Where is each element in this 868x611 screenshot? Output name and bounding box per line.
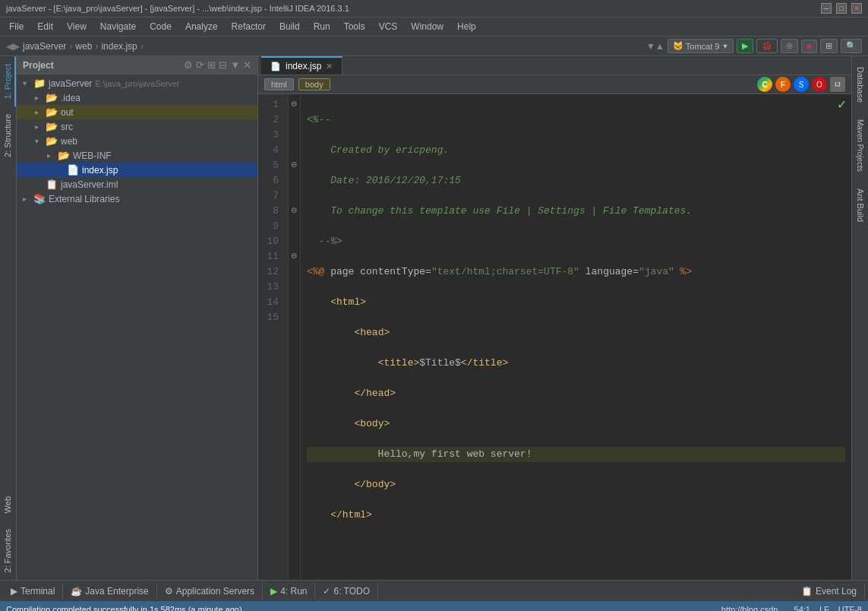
app-servers-icon: ⚙	[165, 586, 173, 597]
tomcat-selector[interactable]: 🐱 Tomcat 9 ▼	[668, 39, 734, 53]
breadcrumb-file[interactable]: index.jsp	[101, 41, 137, 52]
fold-15	[289, 310, 300, 325]
tree-item-indexjsp[interactable]: ▸ 📄 index.jsp	[17, 163, 257, 177]
chrome-icon[interactable]: C	[757, 77, 772, 92]
fold-4	[289, 143, 300, 158]
firefox-icon[interactable]: F	[775, 77, 791, 92]
opera-icon[interactable]: O	[812, 77, 827, 92]
tree-item-iml[interactable]: ▸ 📋 javaServer.iml	[17, 177, 257, 192]
panel-settings-icon[interactable]: ⚙	[184, 59, 193, 71]
tree-item-web[interactable]: ▾ 📂 web	[17, 134, 257, 148]
panel-collapse-icon[interactable]: ⊟	[219, 59, 227, 71]
bottom-tab-app-servers[interactable]: ⚙ Application Servers	[157, 583, 263, 600]
tree-item-webinf[interactable]: ▸ 📂 WEB-INF	[17, 148, 257, 163]
line-num-15: 15	[258, 310, 285, 325]
maximize-button[interactable]: □	[836, 3, 847, 14]
run-coverage-button[interactable]: ⊕	[781, 39, 798, 53]
run-tab-label: 4: Run	[280, 586, 307, 597]
code-nav-body[interactable]: body	[298, 78, 330, 90]
menu-help[interactable]: Help	[451, 19, 482, 34]
tree-arrow-webinf: ▸	[47, 151, 56, 160]
editor-tab-indexjsp[interactable]: 📄 index.jsp ✕	[261, 56, 342, 74]
stop-button[interactable]: ■	[801, 40, 817, 53]
todo-label: 6: TODO	[333, 586, 370, 597]
fold-13	[289, 280, 300, 295]
fold-1[interactable]: ⊖	[289, 97, 300, 112]
sidebar-tab-web[interactable]: Web	[1, 489, 16, 521]
right-tab-maven[interactable]: Maven Projects	[854, 112, 866, 179]
debug-button[interactable]: 🐞	[756, 39, 778, 53]
panel-hide-icon[interactable]: ✕	[243, 59, 251, 71]
panel-sync-icon[interactable]: ⟳	[196, 59, 204, 71]
panel-options-icon[interactable]: ▼	[230, 59, 240, 71]
safari-icon[interactable]: S	[794, 77, 809, 92]
build-menu-button[interactable]: ⊞	[820, 39, 838, 53]
sidebar-tab-project[interactable]: 1: Project	[1, 56, 16, 106]
intellij-icon[interactable]: IJ	[830, 77, 845, 92]
bottom-tab-java-enterprise[interactable]: ☕ Java Enterprise	[63, 583, 156, 600]
debug-icon: 🐞	[762, 41, 772, 51]
breadcrumb-web[interactable]: web	[75, 41, 92, 52]
tree-item-src[interactable]: ▸ 📂 src	[17, 119, 257, 134]
tree-arrow-external: ▸	[23, 195, 32, 203]
right-tab-ant[interactable]: Ant Build	[854, 181, 867, 230]
editor-tabs: 📄 index.jsp ✕	[258, 56, 851, 75]
menu-tools[interactable]: Tools	[338, 19, 371, 34]
tab-close-indexjsp[interactable]: ✕	[326, 62, 333, 71]
tree-arrow-web: ▾	[35, 137, 44, 145]
menu-run[interactable]: Run	[308, 19, 336, 34]
minimize-button[interactable]: ─	[821, 3, 832, 14]
close-button[interactable]: ✕	[851, 3, 862, 14]
fold-10	[289, 234, 300, 249]
event-log-tab[interactable]: 📋 Event Log	[794, 583, 865, 600]
tree-item-out[interactable]: ▸ 📂 out	[17, 105, 257, 119]
sidebar-tab-favorites[interactable]: 2: Favorites	[1, 521, 16, 580]
menu-code[interactable]: Code	[144, 19, 178, 34]
idea-folder-icon: 📂	[46, 92, 58, 103]
code-editor[interactable]: <%-- Created by ericpeng. Date: 2016/12/…	[301, 94, 851, 580]
menu-refactor[interactable]: Refactor	[226, 19, 272, 34]
breadcrumb-project[interactable]: javaServer	[23, 41, 66, 52]
code-content-14b: </html>	[330, 508, 372, 523]
menu-analyze[interactable]: Analyze	[179, 19, 224, 34]
fold-11[interactable]: ⊖	[289, 249, 300, 264]
terminal-icon: ▶	[11, 586, 17, 597]
code-content-6f: =	[425, 264, 431, 280]
code-content-6i: language	[586, 264, 633, 280]
line-num-10: 10	[258, 234, 285, 249]
panel-expand-icon[interactable]: ⊞	[207, 59, 216, 71]
main-area: 1: Project 2: Structure Web 2: Favorites…	[0, 56, 868, 580]
code-content-6h	[579, 264, 586, 280]
tree-label-web: web	[61, 136, 77, 147]
tree-item-idea[interactable]: ▸ 📂 .idea	[17, 90, 257, 105]
fold-5: ⊖	[289, 158, 300, 173]
bottom-tab-run[interactable]: ▶ 4: Run	[263, 583, 315, 600]
status-encoding: UTF-8	[838, 605, 862, 611]
status-bar: Compilation completed successfully in 1s…	[0, 601, 868, 611]
code-nav-html[interactable]: html	[264, 78, 294, 90]
java-enterprise-label: Java Enterprise	[85, 586, 148, 597]
menu-view[interactable]: View	[61, 19, 93, 34]
bottom-tab-terminal[interactable]: ▶ Terminal	[3, 583, 63, 600]
right-tab-database[interactable]: Database	[854, 59, 867, 110]
tree-item-javaserver[interactable]: ▾ 📁 javaServer E:\java_pro\javaServer	[17, 76, 257, 90]
status-message: Compilation completed successfully in 1s…	[6, 605, 242, 611]
code-line-5: --%>	[307, 234, 845, 249]
menu-vcs[interactable]: VCS	[373, 19, 404, 34]
run-button[interactable]: ▶	[737, 39, 753, 53]
sidebar-tab-structure[interactable]: 2: Structure	[1, 106, 16, 165]
menu-navigate[interactable]: Navigate	[94, 19, 142, 34]
breadcrumb-sep1: ›	[69, 41, 72, 52]
menu-file[interactable]: File	[3, 19, 30, 34]
tree-label-iml: javaServer.iml	[61, 179, 118, 190]
menu-edit[interactable]: Edit	[31, 19, 59, 34]
fold-2	[289, 112, 300, 128]
fold-8[interactable]: ⊖	[289, 204, 300, 219]
menu-window[interactable]: Window	[405, 19, 450, 34]
menu-build[interactable]: Build	[273, 19, 306, 34]
tree-item-external[interactable]: ▸ 📚 External Libraries	[17, 192, 257, 206]
code-line-4: To change this template use File | Setti…	[307, 204, 845, 219]
bottom-tab-todo[interactable]: ✓ 6: TODO	[315, 583, 378, 600]
search-everywhere-button[interactable]: 🔍	[841, 39, 862, 53]
fold-indicators: ⊖ ⊖ ⊖ ⊖	[289, 94, 301, 580]
